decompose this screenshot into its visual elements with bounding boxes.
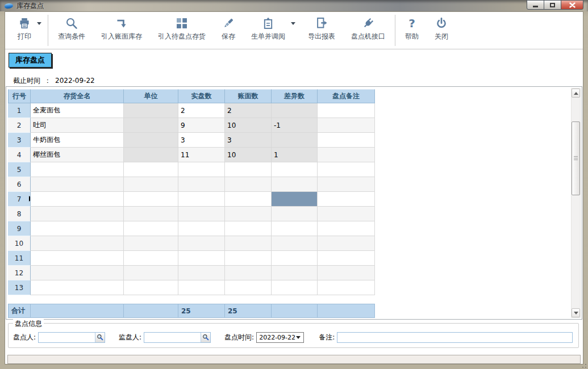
cell-diff[interactable] xyxy=(272,162,318,177)
cell-note[interactable] xyxy=(318,192,375,207)
cell-note[interactable] xyxy=(318,148,375,162)
cell-diff[interactable] xyxy=(272,103,318,118)
cell-name[interactable] xyxy=(31,207,124,221)
cell-name[interactable] xyxy=(31,177,124,192)
minimize-button[interactable] xyxy=(527,0,544,10)
cell-book[interactable] xyxy=(225,177,272,192)
cell-name[interactable]: 全麦面包 xyxy=(31,103,124,118)
cell-book[interactable]: 10 xyxy=(225,118,272,133)
cell-name[interactable] xyxy=(31,162,124,177)
toolbar-button-plug[interactable]: 盘点机接口 xyxy=(343,12,393,49)
scroll-up-button[interactable] xyxy=(572,89,580,98)
cell-unit[interactable] xyxy=(124,162,178,177)
scroll-down-button[interactable] xyxy=(572,308,580,317)
cell-name[interactable] xyxy=(31,221,124,236)
toolbar-button-import-grid[interactable]: 引入待盘点存货 xyxy=(150,12,214,49)
cell-actual[interactable] xyxy=(178,236,225,251)
cell-name[interactable]: 椰丝面包 xyxy=(31,148,124,162)
cell-no[interactable]: 4 xyxy=(8,148,31,162)
cell-actual[interactable]: 3 xyxy=(178,133,225,148)
cell-actual[interactable] xyxy=(178,280,225,295)
supervisor-lookup-button[interactable] xyxy=(201,333,210,342)
cell-no[interactable]: 5 xyxy=(8,162,31,177)
toolbar-button-save-pen[interactable]: 保存 xyxy=(214,12,243,49)
cell-note[interactable] xyxy=(318,103,375,118)
cell-name[interactable]: 牛奶面包 xyxy=(31,133,124,148)
cell-actual[interactable] xyxy=(178,177,225,192)
cell-diff[interactable] xyxy=(272,207,318,221)
cell-book[interactable] xyxy=(225,236,272,251)
cell-no[interactable]: 3 xyxy=(8,133,31,148)
cell-note[interactable] xyxy=(318,236,375,251)
cell-note[interactable] xyxy=(318,118,375,133)
cell-note[interactable] xyxy=(318,266,375,280)
cell-diff[interactable]: 1 xyxy=(272,148,318,162)
cell-name[interactable] xyxy=(31,251,124,266)
cell-unit[interactable] xyxy=(124,221,178,236)
note-input[interactable] xyxy=(337,332,573,343)
supervisor-input[interactable] xyxy=(144,333,201,342)
cell-actual[interactable]: 2 xyxy=(178,103,225,118)
cell-actual[interactable]: 9 xyxy=(178,118,225,133)
cell-diff[interactable] xyxy=(272,266,318,280)
cell-no[interactable]: 7 xyxy=(8,192,31,207)
cell-name[interactable] xyxy=(31,266,124,280)
cell-no[interactable]: 1 xyxy=(8,103,31,118)
cell-unit[interactable] xyxy=(124,177,178,192)
cell-note[interactable] xyxy=(318,221,375,236)
cell-note[interactable] xyxy=(318,177,375,192)
toolbar-button-voucher[interactable]: 生单并调阅 xyxy=(243,12,300,49)
tab-inventory-count[interactable]: 库存盘点 xyxy=(9,53,52,68)
cell-unit[interactable] xyxy=(124,236,178,251)
cell-book[interactable] xyxy=(225,221,272,236)
cell-no[interactable]: 8 xyxy=(8,207,31,221)
scrollbar-thumb[interactable] xyxy=(572,121,580,195)
cell-book[interactable]: 2 xyxy=(225,103,272,118)
cell-unit[interactable] xyxy=(124,280,178,295)
cell-book[interactable] xyxy=(225,251,272,266)
cell-diff[interactable] xyxy=(272,177,318,192)
cell-book[interactable] xyxy=(225,192,272,207)
toolbar-button-help[interactable]: ?帮助 xyxy=(397,12,427,49)
cell-unit[interactable] xyxy=(124,207,178,221)
cell-no[interactable]: 13 xyxy=(8,280,31,295)
cell-book[interactable] xyxy=(225,207,272,221)
cell-book[interactable] xyxy=(225,280,272,295)
cell-no[interactable]: 11 xyxy=(8,251,31,266)
cell-name[interactable] xyxy=(31,192,124,207)
cell-unit[interactable] xyxy=(124,148,178,162)
cell-unit[interactable] xyxy=(124,133,178,148)
cell-book[interactable]: 3 xyxy=(225,133,272,148)
counter-lookup-button[interactable] xyxy=(95,333,105,342)
dropdown-arrow-icon[interactable] xyxy=(291,22,295,25)
cell-diff[interactable] xyxy=(272,133,318,148)
cell-actual[interactable] xyxy=(178,207,225,221)
cell-unit[interactable] xyxy=(124,118,178,133)
toolbar-button-search[interactable]: 查询条件 xyxy=(50,12,93,49)
close-button[interactable] xyxy=(561,0,583,10)
cell-actual[interactable] xyxy=(178,162,225,177)
counter-input[interactable] xyxy=(39,333,95,342)
cell-note[interactable] xyxy=(318,133,375,148)
cell-book[interactable] xyxy=(225,266,272,280)
cell-no[interactable]: 12 xyxy=(8,266,31,280)
cell-unit[interactable] xyxy=(124,103,178,118)
cell-diff[interactable]: -1 xyxy=(272,118,318,133)
cell-no[interactable]: 9 xyxy=(8,221,31,236)
cell-no[interactable]: 2 xyxy=(8,118,31,133)
cell-diff[interactable] xyxy=(272,192,318,207)
cell-book[interactable]: 10 xyxy=(225,148,272,162)
toolbar-button-export-report[interactable]: 导出报表 xyxy=(300,12,343,49)
cell-actual[interactable] xyxy=(178,251,225,266)
toolbar-button-printer[interactable]: 打印 xyxy=(10,12,46,49)
cell-name[interactable] xyxy=(31,236,124,251)
maximize-button[interactable] xyxy=(544,0,561,10)
resize-grip[interactable] xyxy=(579,362,587,369)
cell-no[interactable]: 10 xyxy=(8,236,31,251)
cell-note[interactable] xyxy=(318,251,375,266)
cell-unit[interactable] xyxy=(124,251,178,266)
cell-unit[interactable] xyxy=(124,266,178,280)
vertical-scrollbar[interactable] xyxy=(571,88,581,318)
cell-actual[interactable] xyxy=(178,266,225,280)
dropdown-arrow-icon[interactable] xyxy=(37,22,41,25)
